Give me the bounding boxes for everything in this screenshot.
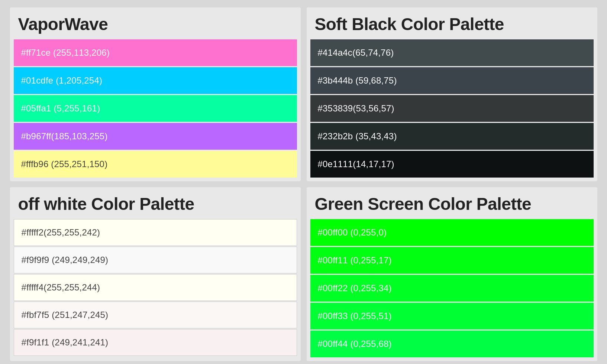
swatch-label-green-screen-4: #00ff44 (0,255,68) xyxy=(318,339,392,349)
swatch-label-green-screen-2: #00ff22 (0,255,34) xyxy=(318,283,392,293)
swatch-green-screen-1: #00ff11 (0,255,17) xyxy=(310,247,594,274)
swatch-off-white-2: #fffff4(255,255,244) xyxy=(14,274,297,301)
swatches-container-off-white: #fffff2(255,255,242)#f9f9f9 (249,249,249… xyxy=(10,219,301,360)
swatch-label-vaporwave-1: #01cdfe (1,205,254) xyxy=(21,75,103,86)
swatch-vaporwave-1: #01cdfe (1,205,254) xyxy=(14,67,297,94)
swatch-off-white-0: #fffff2(255,255,242) xyxy=(14,219,297,246)
swatch-label-green-screen-0: #00ff00 (0,255,0) xyxy=(318,227,387,238)
palette-card-vaporwave: VaporWave#ff71ce (255,113,206)#01cdfe (1… xyxy=(10,7,301,181)
palette-title-off-white: off white Color Palette xyxy=(10,187,301,219)
palette-title-vaporwave: VaporWave xyxy=(10,7,301,39)
swatch-label-soft-black-0: #414a4c(65,74,76) xyxy=(318,48,394,58)
swatch-label-off-white-4: #f9f1f1 (249,241,241) xyxy=(22,337,109,348)
swatch-off-white-1: #f9f9f9 (249,249,249) xyxy=(14,247,297,273)
swatch-label-soft-black-4: #0e1111(14,17,17) xyxy=(318,159,394,169)
swatch-label-vaporwave-0: #ff71ce (255,113,206) xyxy=(21,48,110,58)
swatch-vaporwave-2: #05ffa1 (5,255,161) xyxy=(14,95,297,122)
swatch-soft-black-3: #232b2b (35,43,43) xyxy=(310,123,594,150)
swatch-soft-black-0: #414a4c(65,74,76) xyxy=(310,39,594,66)
swatch-green-screen-4: #00ff44 (0,255,68) xyxy=(310,331,594,357)
swatch-soft-black-2: #353839(53,56,57) xyxy=(310,95,594,122)
swatch-label-green-screen-1: #00ff11 (0,255,17) xyxy=(318,255,392,266)
palette-title-green-screen: Green Screen Color Palette xyxy=(307,187,597,219)
swatch-vaporwave-0: #ff71ce (255,113,206) xyxy=(14,39,297,66)
swatch-label-soft-black-1: #3b444b (59,68,75) xyxy=(318,75,397,86)
swatch-label-soft-black-2: #353839(53,56,57) xyxy=(318,103,394,114)
swatch-label-off-white-3: #fbf7f5 (251,247,245) xyxy=(22,310,109,320)
swatch-label-off-white-2: #fffff4(255,255,244) xyxy=(22,282,100,293)
swatches-container-green-screen: #00ff00 (0,255,0)#00ff11 (0,255,17)#00ff… xyxy=(307,219,597,361)
swatch-green-screen-3: #00ff33 (0,255,51) xyxy=(310,303,594,329)
swatch-soft-black-1: #3b444b (59,68,75) xyxy=(310,67,594,94)
swatch-vaporwave-4: #fffb96 (255,251,150) xyxy=(14,151,297,178)
palette-card-off-white: off white Color Palette#fffff2(255,255,2… xyxy=(10,187,301,361)
swatch-label-off-white-0: #fffff2(255,255,242) xyxy=(22,227,100,238)
swatch-label-off-white-1: #f9f9f9 (249,249,249) xyxy=(22,255,109,265)
swatch-label-green-screen-3: #00ff33 (0,255,51) xyxy=(318,311,392,321)
swatch-soft-black-4: #0e1111(14,17,17) xyxy=(310,151,594,178)
palette-card-green-screen: Green Screen Color Palette#00ff00 (0,255… xyxy=(307,187,597,361)
swatch-off-white-3: #fbf7f5 (251,247,245) xyxy=(14,302,297,328)
swatch-label-vaporwave-4: #fffb96 (255,251,150) xyxy=(21,159,108,169)
swatch-label-soft-black-3: #232b2b (35,43,43) xyxy=(318,131,397,142)
swatch-green-screen-2: #00ff22 (0,255,34) xyxy=(310,275,594,302)
swatch-label-vaporwave-3: #b967ff(185,103,255) xyxy=(21,131,108,142)
main-grid: VaporWave#ff71ce (255,113,206)#01cdfe (1… xyxy=(10,7,597,361)
swatch-off-white-4: #f9f1f1 (249,241,241) xyxy=(14,329,297,356)
swatch-label-vaporwave-2: #05ffa1 (5,255,161) xyxy=(21,103,100,114)
swatches-container-soft-black: #414a4c(65,74,76)#3b444b (59,68,75)#3538… xyxy=(307,39,597,181)
palette-title-soft-black: Soft Black Color Palette xyxy=(307,7,597,39)
swatch-vaporwave-3: #b967ff(185,103,255) xyxy=(14,123,297,150)
swatches-container-vaporwave: #ff71ce (255,113,206)#01cdfe (1,205,254)… xyxy=(10,39,301,181)
swatch-green-screen-0: #00ff00 (0,255,0) xyxy=(310,219,594,246)
palette-card-soft-black: Soft Black Color Palette#414a4c(65,74,76… xyxy=(307,7,597,181)
